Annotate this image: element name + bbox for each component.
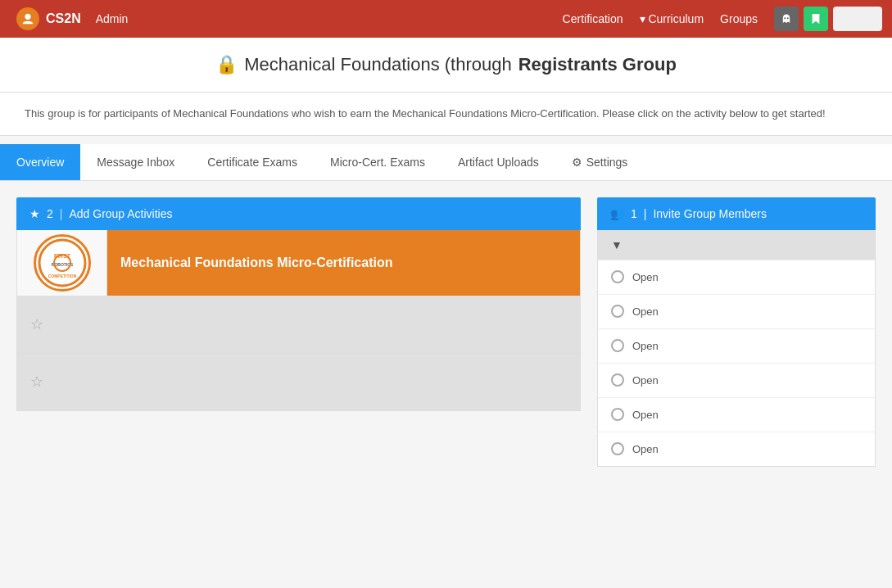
- nav-groups[interactable]: Groups: [720, 12, 758, 25]
- activity-item-2: ☆: [16, 296, 581, 354]
- members-header[interactable]: 👥 1 | Invite Group Members: [597, 197, 876, 230]
- open-radio-6[interactable]: [611, 442, 624, 455]
- lock-icon: 🔒: [215, 54, 238, 75]
- members-separator: |: [644, 207, 647, 220]
- member-row-4: Open: [598, 363, 875, 397]
- open-label-5: Open: [632, 409, 659, 421]
- open-radio-5[interactable]: [611, 408, 624, 421]
- open-label-6: Open: [632, 443, 659, 455]
- svg-text:COMPETITION: COMPETITION: [48, 274, 76, 278]
- member-row-1: Open: [598, 260, 875, 294]
- activity-item-3: ☆: [16, 354, 581, 411]
- tab-artifact-uploads[interactable]: Artifact Uploads: [441, 144, 555, 180]
- members-chevron-row[interactable]: ▼: [598, 230, 875, 260]
- group-members-icon: 👥: [610, 207, 624, 220]
- chevron-down-icon: ▼: [611, 238, 623, 251]
- members-count: 1: [631, 207, 637, 220]
- user-input-area[interactable]: [833, 7, 882, 31]
- page-title-main: Mechanical Foundations (through: [244, 54, 512, 75]
- open-radio-1[interactable]: [611, 270, 624, 283]
- activities-panel: ★ 2 | Add Group Activities FIRST ROBOTIC…: [16, 197, 581, 467]
- activity-title-1: Mechanical Foundations Micro-Certificati…: [120, 256, 392, 270]
- members-panel: 👥 1 | Invite Group Members ▼ Open Open O…: [597, 197, 876, 467]
- activity-star-3: ☆: [30, 373, 43, 391]
- svg-point-0: [25, 14, 30, 20]
- brand-icon: [16, 7, 39, 30]
- brand-name: CS2N: [46, 11, 81, 26]
- gear-icon: ⚙: [572, 156, 582, 169]
- brand-logo[interactable]: CS2N: [10, 4, 88, 34]
- open-label-1: Open: [632, 271, 659, 283]
- activity-item-1: FIRST ROBOTICS COMPETITION Mechanical Fo…: [16, 230, 581, 296]
- member-row-6: Open: [598, 432, 875, 466]
- member-row-5: Open: [598, 397, 875, 432]
- tab-overview[interactable]: Overview: [0, 144, 80, 180]
- activity-logo-image-1: FIRST ROBOTICS COMPETITION: [34, 234, 91, 292]
- tab-settings[interactable]: ⚙ Settings: [555, 144, 645, 180]
- members-list: ▼ Open Open Open Open Open: [597, 230, 876, 467]
- description-text: This group is for participants of Mechan…: [25, 107, 826, 120]
- open-radio-3[interactable]: [611, 339, 624, 352]
- tab-message-inbox[interactable]: Message Inbox: [80, 144, 191, 180]
- add-activities-link[interactable]: Add Group Activities: [69, 207, 172, 220]
- activity-star-2: ☆: [30, 315, 43, 333]
- activities-header[interactable]: ★ 2 | Add Group Activities: [16, 197, 581, 230]
- tabs-bar: Overview Message Inbox Certificate Exams…: [0, 144, 892, 181]
- member-row-3: Open: [598, 328, 875, 363]
- svg-point-2: [787, 17, 789, 19]
- svg-point-1: [784, 17, 786, 19]
- member-row-2: Open: [598, 294, 875, 328]
- activity-content-1[interactable]: Mechanical Foundations Micro-Certificati…: [107, 230, 580, 296]
- nav-curriculum[interactable]: ▾ Curriculum: [640, 12, 704, 25]
- activity-logo-1: FIRST ROBOTICS COMPETITION: [17, 230, 107, 296]
- activities-separator: |: [60, 207, 63, 220]
- nav-links: Certification ▾ Curriculum Groups: [563, 12, 758, 25]
- ghost-icon-btn[interactable]: [774, 7, 799, 31]
- bookmark-icon-btn[interactable]: [804, 7, 828, 31]
- invite-members-link[interactable]: Invite Group Members: [653, 207, 767, 220]
- nav-certification[interactable]: Certification: [563, 12, 623, 25]
- admin-label: Admin: [96, 12, 129, 25]
- open-radio-4[interactable]: [611, 373, 624, 387]
- navbar-icons: [774, 7, 882, 31]
- activities-count: 2: [47, 207, 53, 220]
- open-label-2: Open: [632, 305, 659, 318]
- activities-star-icon: ★: [29, 207, 40, 220]
- tab-micro-cert-exams[interactable]: Micro-Cert. Exams: [314, 144, 441, 180]
- open-label-3: Open: [632, 340, 659, 352]
- tab-settings-label: Settings: [586, 156, 628, 169]
- open-radio-2[interactable]: [611, 305, 624, 318]
- page-title-bar: 🔒 Mechanical Foundations (through Regist…: [0, 38, 892, 93]
- navbar: CS2N Admin Certification ▾ Curriculum Gr…: [0, 0, 892, 38]
- main-content: ★ 2 | Add Group Activities FIRST ROBOTIC…: [0, 181, 892, 483]
- open-label-4: Open: [632, 374, 659, 387]
- page-title-secondary: Registrants Group: [518, 54, 677, 75]
- tab-certificate-exams[interactable]: Certificate Exams: [191, 144, 314, 180]
- description-bar: This group is for participants of Mechan…: [0, 93, 892, 136]
